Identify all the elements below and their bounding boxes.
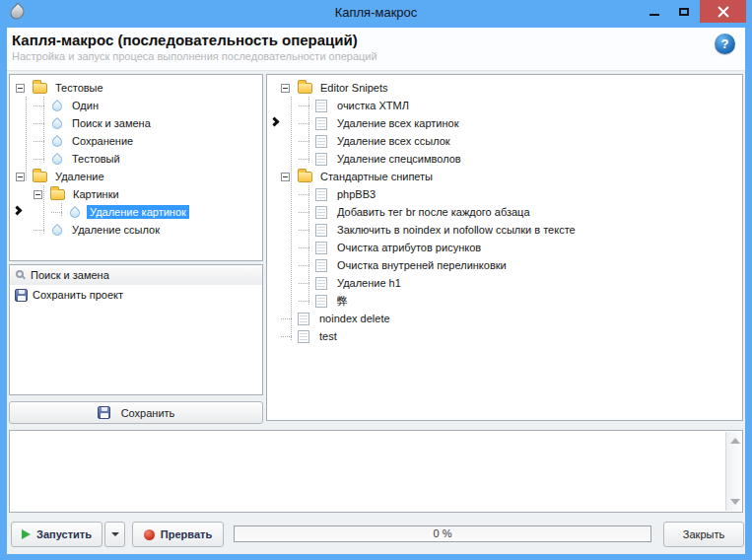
tree-node[interactable]: Удаление h1 [267, 274, 742, 292]
maximize-button[interactable] [670, 0, 698, 23]
tree-node-label: phpBB3 [334, 187, 378, 201]
collapse-icon[interactable] [16, 173, 25, 181]
minimize-button[interactable] [641, 0, 668, 23]
list-item[interactable]: Сохранить проект [10, 285, 262, 305]
tree-node[interactable]: Удаление ссылок [10, 221, 262, 239]
snippet-icon [315, 188, 327, 201]
log-output-area[interactable] [9, 430, 743, 513]
close-dialog-button[interactable]: Закрыть [663, 522, 744, 547]
list-item-label: Поиск и замена [31, 269, 109, 281]
search-icon [16, 270, 24, 278]
tree-node[interactable]: phpBB3 [267, 185, 742, 203]
tree-node[interactable]: Editor Snipets [267, 79, 742, 97]
tree-node[interactable]: Заключить в noindex и nofollow ссылки в … [267, 221, 742, 239]
folder-icon [33, 172, 47, 182]
list-item[interactable]: Поиск и замена [10, 265, 262, 285]
tree-node-label: 弊 [334, 293, 351, 310]
folder-icon [298, 83, 312, 94]
snippet-icon [315, 277, 327, 290]
tree-node-label: Тестовый [69, 152, 123, 166]
tree-node[interactable]: Тестовый [10, 150, 262, 168]
tree-node[interactable]: Очистка атрибутов рисунков [267, 239, 742, 256]
tree-node-label: Удаление ссылок [69, 223, 163, 237]
tree-node-label: Сохранение [69, 134, 136, 148]
tree-node-label: Картинки [70, 187, 122, 201]
progress-text: 0 % [434, 527, 452, 539]
save-icon [15, 289, 28, 302]
collapse-icon[interactable] [281, 173, 290, 181]
tree-node-label: Удаление всех ссылок [334, 134, 453, 148]
close-dialog-button-label: Закрыть [683, 528, 724, 540]
snippet-icon [315, 117, 327, 130]
folder-icon [50, 189, 65, 200]
tree-node[interactable]: 弊 [267, 292, 742, 310]
snippet-icon [315, 295, 327, 308]
snippet-icon [315, 242, 327, 254]
tree-node[interactable]: Стандартные снипеты [267, 168, 742, 185]
macro-tree: Тестовые Один Поиск и замена Сохранение [10, 75, 262, 260]
tree-node-label: test [316, 329, 340, 343]
tree-node-label: Стандартные снипеты [317, 170, 436, 183]
save-button[interactable]: Сохранить [9, 401, 263, 424]
collapse-icon[interactable] [16, 84, 25, 93]
title-bar[interactable]: Капля-макрос [0, 0, 752, 28]
page-subtitle: Настройка и запуск процеса выполнения по… [12, 50, 735, 62]
chevron-down-icon [111, 532, 119, 536]
snippet-icon [315, 259, 327, 272]
tree-node-selected[interactable]: Удаление картинок [10, 203, 262, 221]
tree-node-label: Поиск и замена [69, 116, 154, 130]
tree-node-label: Очистка внутреней перелинковки [334, 258, 510, 272]
tree-node[interactable]: Один [10, 97, 262, 114]
snippet-icon [298, 330, 309, 343]
collapse-icon[interactable] [281, 84, 290, 93]
drop-icon [50, 100, 64, 113]
run-button[interactable]: Запустить [11, 522, 103, 547]
tree-connector [43, 97, 44, 163]
tree-connector [308, 185, 309, 305]
tree-node[interactable]: Удаление спецсимволов [267, 150, 742, 168]
save-button-label: Сохранить [121, 407, 175, 419]
tree-node[interactable]: Тестовые [10, 79, 262, 97]
tree-node[interactable]: Удаление всех ссылок [267, 132, 742, 150]
tree-connector [61, 203, 62, 216]
tree-node[interactable]: Удаление всех картинок [267, 114, 742, 132]
drop-icon [68, 206, 82, 220]
macro-tree-panel: Тестовые Один Поиск и замена Сохранение [9, 74, 263, 261]
tree-node-label: Тестовые [52, 81, 106, 95]
abort-button[interactable]: Прервать [132, 522, 224, 547]
tree-node[interactable]: Удаление [10, 168, 262, 185]
collapse-icon[interactable] [34, 190, 42, 199]
tree-node[interactable]: Картинки [10, 185, 262, 203]
log-scrollbar[interactable] [725, 432, 741, 511]
tree-connector [43, 185, 44, 234]
tree-node[interactable]: очистка ХТМЛ [267, 97, 742, 114]
snippet-icon [315, 135, 327, 148]
tree-node-label: Добавить тег br после каждого абзаца [334, 205, 533, 219]
close-icon [718, 6, 729, 18]
help-button[interactable]: ? [715, 34, 735, 54]
maximize-icon [679, 8, 689, 16]
scroll-down-icon[interactable] [730, 499, 740, 505]
drop-icon [50, 224, 64, 238]
tree-node[interactable]: Поиск и замена [10, 114, 262, 132]
tree-node-label: noindex delete [316, 312, 393, 325]
drop-icon [50, 153, 64, 167]
tree-node[interactable]: Очистка внутреней перелинковки [267, 256, 742, 274]
folder-icon [298, 172, 312, 182]
close-button[interactable] [700, 0, 746, 23]
scroll-up-icon[interactable] [730, 438, 740, 444]
tree-node-label: Editor Snipets [317, 81, 390, 95]
play-icon [22, 529, 31, 539]
actions-list-panel: Поиск и замена Сохранить проект [9, 264, 263, 395]
stop-icon [144, 529, 155, 540]
list-item-label: Сохранить проект [33, 289, 123, 301]
run-options-dropdown-button[interactable] [104, 522, 125, 547]
tree-node[interactable]: Сохранение [10, 132, 262, 150]
snippets-tree: Editor Snipets очистка ХТМЛ Удаление все… [267, 75, 742, 420]
tree-node[interactable]: test [267, 327, 742, 345]
window-content: Капля-макрос (последовательность операци… [7, 28, 745, 554]
tree-node[interactable]: Добавить тег br после каждого абзаца [267, 203, 742, 221]
progress-bar: 0 % [234, 525, 651, 542]
tree-node[interactable]: noindex delete [267, 310, 742, 327]
save-icon [98, 406, 110, 419]
